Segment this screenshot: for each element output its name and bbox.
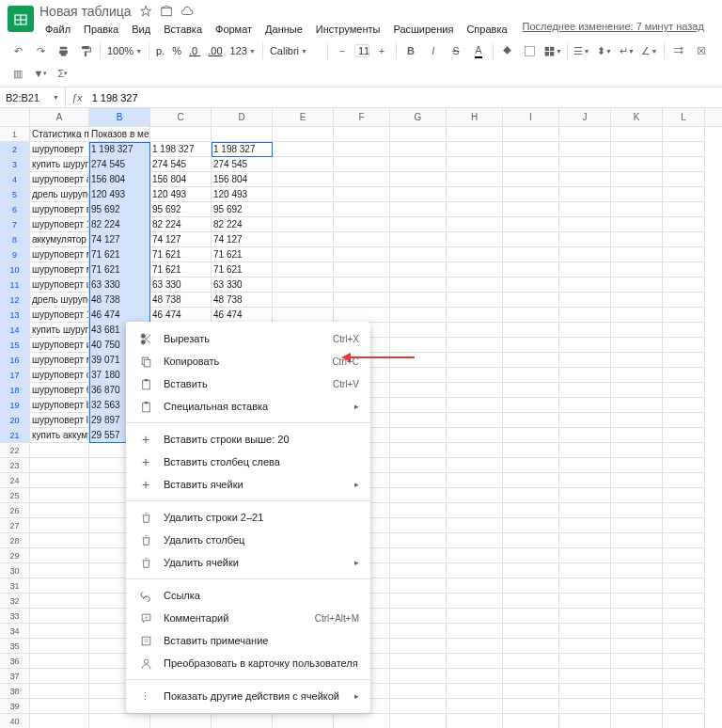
cell[interactable]: шуруповерт ма [30,247,89,262]
cell[interactable] [663,578,705,593]
cell[interactable] [663,609,705,624]
cell[interactable] [390,699,447,714]
cell[interactable] [334,714,390,728]
ctx-cut[interactable]: ВырезатьCtrl+X [126,327,370,350]
cell[interactable]: 71 621 [89,247,150,262]
row-header[interactable]: 35 [0,639,30,654]
last-edit-link[interactable]: Последнее изменение: 7 минут назад [523,21,704,38]
star-icon[interactable] [139,5,152,18]
cell[interactable] [390,458,447,473]
ctx-paste-special[interactable]: Специальная вставка▸ [126,395,370,418]
row-header[interactable]: 7 [0,217,30,232]
ctx-trash[interactable]: Удалить столбец [126,529,370,551]
italic-button[interactable]: I [423,40,444,61]
cell[interactable]: шуруповерт инт [30,338,89,353]
row-header[interactable]: 19 [0,398,30,413]
menu-справка[interactable]: Справка [461,21,512,38]
cell[interactable]: шуруповерт 18 [30,217,89,232]
cell[interactable] [447,593,503,609]
cell[interactable] [447,624,503,639]
cell[interactable] [663,413,705,428]
cell[interactable] [559,563,611,578]
cell[interactable] [503,232,559,247]
cell[interactable] [447,488,503,503]
cell[interactable] [334,187,390,202]
cell[interactable] [559,368,611,383]
cell[interactable]: шуруповерт цен [30,277,89,293]
cell[interactable] [334,262,390,277]
cell[interactable] [447,428,503,443]
cell[interactable]: 274 545 [212,157,273,172]
cell[interactable] [559,714,611,728]
cell[interactable] [390,639,447,654]
cell[interactable] [503,127,559,142]
col-header-K[interactable]: K [611,108,663,126]
cell[interactable] [447,533,503,548]
cell[interactable]: дрель шурупов [30,293,89,308]
cell[interactable] [663,428,705,443]
row-header[interactable]: 10 [0,262,30,277]
cell[interactable] [663,654,705,669]
cell[interactable]: 120 493 [150,187,212,202]
ctx-note[interactable]: Вставить примечание [126,629,370,652]
format-select[interactable]: 123▼ [228,43,259,58]
cell[interactable] [503,293,559,308]
cell[interactable] [390,157,447,172]
font-inc-button[interactable]: + [371,40,392,61]
cell[interactable] [390,217,447,232]
cell[interactable] [611,443,663,458]
ctx-comment[interactable]: КомментарийCtrl+Alt+M [126,607,370,629]
cell[interactable] [447,247,503,262]
cell[interactable]: шуруповерт акк [30,172,89,187]
cell[interactable] [447,277,503,293]
bold-button[interactable]: B [400,40,421,61]
cell[interactable] [611,714,663,728]
cell[interactable]: 120 493 [212,187,273,202]
cell[interactable] [447,563,503,578]
cell[interactable] [30,714,89,728]
menu-правка[interactable]: Правка [78,21,124,38]
cell[interactable] [334,142,390,157]
row-header[interactable]: 24 [0,473,30,488]
cell[interactable] [503,563,559,578]
menu-файл[interactable]: Файл [39,21,76,38]
cell[interactable] [611,202,663,217]
cell[interactable] [663,368,705,383]
cell[interactable] [663,262,705,277]
cell[interactable] [447,262,503,277]
cell[interactable]: 46 474 [212,308,273,323]
row-header[interactable]: 28 [0,533,30,548]
ctx-plus[interactable]: +Вставить ячейки▸ [126,473,370,496]
cell[interactable]: Показов в месяц [89,127,150,142]
link-button[interactable]: ⮆ [668,40,689,61]
cell[interactable] [390,443,447,458]
row-header[interactable]: 14 [0,323,30,338]
redo-button[interactable]: ↷ [30,40,51,61]
cell[interactable] [273,293,334,308]
cell[interactable] [611,473,663,488]
menu-данные[interactable]: Данные [259,21,308,38]
comment-button[interactable]: ☒ [691,40,712,61]
cell[interactable] [447,609,503,624]
cell[interactable] [390,308,447,323]
cell[interactable]: 71 621 [150,247,212,262]
cell[interactable] [611,503,663,518]
cell[interactable] [503,639,559,654]
cell[interactable] [559,533,611,548]
cell[interactable] [390,368,447,383]
cell[interactable] [447,172,503,187]
cell[interactable] [559,187,611,202]
cell[interactable] [663,714,705,728]
valign-button[interactable]: ⬍▼ [594,40,615,61]
cell[interactable] [390,669,447,684]
cell[interactable] [447,127,503,142]
cell[interactable] [559,217,611,232]
row-header[interactable]: 18 [0,383,30,398]
cell[interactable] [663,202,705,217]
cell[interactable] [663,172,705,187]
cell[interactable] [611,548,663,563]
select-all-corner[interactable] [0,108,30,126]
cell[interactable] [447,654,503,669]
cell[interactable] [30,563,89,578]
cell[interactable] [503,383,559,398]
